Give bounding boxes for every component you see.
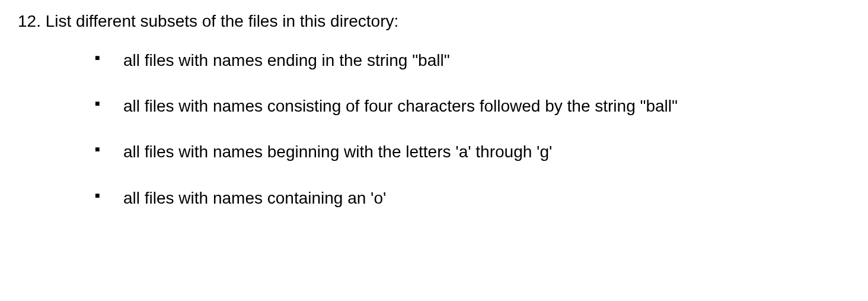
- bullet-list: all files with names ending in the strin…: [95, 49, 850, 210]
- list-item: all files with names beginning with the …: [95, 140, 850, 163]
- question-text: List different subsets of the files in t…: [46, 12, 399, 30]
- list-item: all files with names consisting of four …: [95, 94, 850, 118]
- question-number: 12.: [18, 12, 41, 30]
- list-item: all files with names ending in the strin…: [95, 49, 850, 72]
- list-item: all files with names containing an 'o': [95, 186, 850, 210]
- question-line: 12. List different subsets of the files …: [18, 12, 850, 31]
